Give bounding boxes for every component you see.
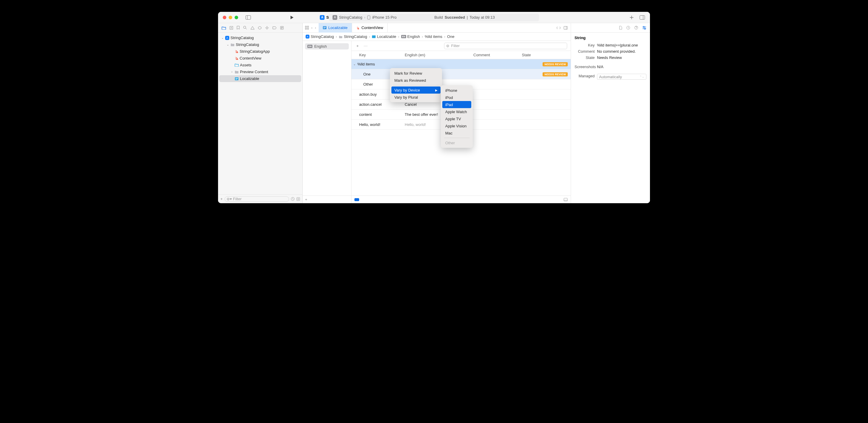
navigator-filter-input[interactable]: ⊚▾ Filter (224, 196, 289, 202)
disclosure-chevron-icon[interactable]: ⌄ (221, 36, 224, 39)
language-list-footer: + (303, 196, 351, 203)
navigator-panel: ⌄ A StringCatalog ⌄ StringCatalog String… (218, 23, 303, 203)
filter-scope-icon: ⊚ (446, 44, 450, 48)
english-value: Hello, world! (405, 122, 426, 127)
tab-contentview[interactable]: ContentView (352, 23, 388, 33)
sidebar-toggle-icon[interactable] (244, 13, 252, 22)
table-filter-input[interactable]: ⊚ Filter (444, 43, 567, 49)
breadcrumb-item[interactable]: StringCatalog (311, 34, 334, 39)
col-header-english[interactable]: English (en) (402, 53, 471, 57)
related-items-icon[interactable] (305, 26, 309, 30)
menu-item-ipod[interactable]: iPod (442, 94, 471, 101)
toggle-debug-area-icon[interactable] (564, 198, 568, 201)
bookmarks-navigator-icon[interactable] (237, 26, 240, 30)
add-button[interactable] (627, 13, 636, 22)
add-string-button[interactable]: ＋ (355, 43, 360, 49)
insp-value-state: Needs Review (597, 55, 646, 60)
recent-files-icon[interactable] (291, 197, 294, 201)
insp-label-comment: Comment (575, 49, 597, 54)
debug-navigator-icon[interactable] (265, 26, 269, 30)
breadcrumb-item[interactable]: Localizable (377, 34, 396, 39)
find-navigator-icon[interactable] (243, 26, 247, 30)
activity-bar[interactable]: A StringCatalog › iPhone 15 Pro Build Su… (329, 13, 539, 21)
tree-label: StringCatalog (230, 35, 254, 40)
source-control-navigator-icon[interactable] (229, 26, 233, 30)
breadcrumb-item[interactable]: StringCatalog (344, 34, 367, 39)
tree-file-assets[interactable]: Assets (219, 62, 301, 68)
language-badge-icon: EN (401, 35, 406, 38)
tree-group[interactable]: ⌄ StringCatalog (219, 41, 301, 48)
issue-navigator-icon[interactable] (251, 26, 254, 30)
context-menu: Mark for Review Mark as Reviewed Vary by… (390, 68, 442, 102)
nav-forward-button[interactable]: › (315, 26, 316, 30)
table-row-one[interactable]: One NEEDS REVIEW (351, 69, 571, 79)
add-editor-icon[interactable] (564, 26, 568, 30)
language-label: English (314, 44, 327, 49)
disclosure-chevron-icon[interactable]: ⌄ (353, 62, 356, 66)
zoom-window-button[interactable] (235, 16, 238, 19)
run-button[interactable] (288, 13, 296, 22)
col-header-key[interactable]: Key (351, 53, 402, 57)
breadcrumb-item[interactable]: One (447, 34, 455, 39)
jump-bar[interactable]: A StringCatalog› StringCatalog› Localiza… (303, 33, 571, 41)
menu-item-watch[interactable]: Apple Watch (442, 108, 471, 115)
file-inspector-icon[interactable] (619, 26, 622, 30)
tab-label: ContentView (362, 26, 383, 30)
breakpoint-navigator-icon[interactable] (273, 26, 277, 29)
test-navigator-icon[interactable] (258, 26, 261, 30)
disclosure-chevron-icon[interactable]: › (230, 70, 234, 74)
menu-item-vary-device[interactable]: Vary by Device▶ (392, 86, 440, 93)
library-button[interactable] (638, 13, 646, 22)
folder-icon (230, 43, 235, 46)
inspector-panel: ? String Key%lld items|==|plural.one Com… (571, 23, 650, 203)
attributes-inspector-icon[interactable] (642, 26, 646, 30)
submenu-arrow-icon: ▶ (435, 89, 438, 92)
svg-rect-30 (372, 35, 376, 38)
menu-item-mac[interactable]: Mac (442, 130, 471, 137)
strings-file-icon (323, 26, 327, 29)
menu-item-vision[interactable]: Apple Vision (442, 122, 471, 130)
menu-item-label: Mac (445, 131, 453, 135)
tree-file-contentview[interactable]: ContentView (219, 55, 301, 62)
menu-item-mark-reviewed[interactable]: Mark as Reviewed (392, 77, 440, 84)
project-navigator-icon[interactable] (222, 26, 226, 30)
breadcrumb-item[interactable]: %lld items (425, 34, 442, 39)
col-header-comment[interactable]: Comment (471, 53, 520, 57)
add-language-button[interactable]: + (305, 197, 307, 202)
tree-group-preview[interactable]: › Preview Content (219, 68, 301, 75)
insp-label-screenshots: Screenshots (575, 64, 597, 69)
editor-area: ‹ › Localizable ContentView A St (303, 23, 571, 203)
svg-rect-31 (564, 198, 567, 201)
managed-select[interactable]: Automatically ⌃⌄ (597, 74, 646, 80)
menu-item-tv[interactable]: Apple TV (442, 115, 471, 122)
menu-item-label: Mark as Reviewed (394, 78, 426, 83)
table-row-group[interactable]: ⌄%lld items NEEDS REVIEW (351, 59, 571, 69)
tree-file-localizable[interactable]: Localizable (219, 75, 301, 82)
status-sep: | (467, 15, 468, 20)
history-inspector-icon[interactable] (626, 26, 630, 30)
report-navigator-icon[interactable] (280, 26, 284, 30)
tree-file-app[interactable]: StringCatalogApp (219, 48, 301, 55)
breadcrumb-item[interactable]: English (407, 34, 420, 39)
tab-localizable[interactable]: Localizable (319, 23, 352, 33)
device-icon (367, 16, 370, 20)
menu-item-ipad[interactable]: iPad (442, 101, 471, 108)
tree-root[interactable]: ⌄ A StringCatalog (219, 34, 301, 41)
nav-back-button[interactable]: ‹ (311, 26, 312, 30)
menu-item-iphone[interactable]: iPhone (442, 87, 471, 94)
col-header-state[interactable]: State (520, 53, 571, 57)
add-files-button[interactable]: + (220, 197, 223, 201)
insp-value-comment: No comment provided. (597, 49, 646, 54)
menu-item-label: iPhone (445, 88, 457, 93)
remove-string-button[interactable]: — (363, 44, 368, 48)
minimize-window-button[interactable] (229, 16, 232, 19)
adjust-editor-icon[interactable] (556, 26, 561, 30)
disclosure-chevron-icon[interactable]: ⌄ (226, 43, 229, 46)
language-item-english[interactable]: EN English (305, 43, 349, 50)
close-window-button[interactable] (223, 16, 226, 19)
help-inspector-icon[interactable]: ? (634, 26, 638, 30)
scm-filter-icon[interactable] (297, 197, 300, 201)
menu-item-mark-review[interactable]: Mark for Review (392, 69, 440, 77)
menu-item-vary-plural[interactable]: Vary by Plural (392, 93, 440, 101)
tree-label: Preview Content (240, 69, 268, 74)
